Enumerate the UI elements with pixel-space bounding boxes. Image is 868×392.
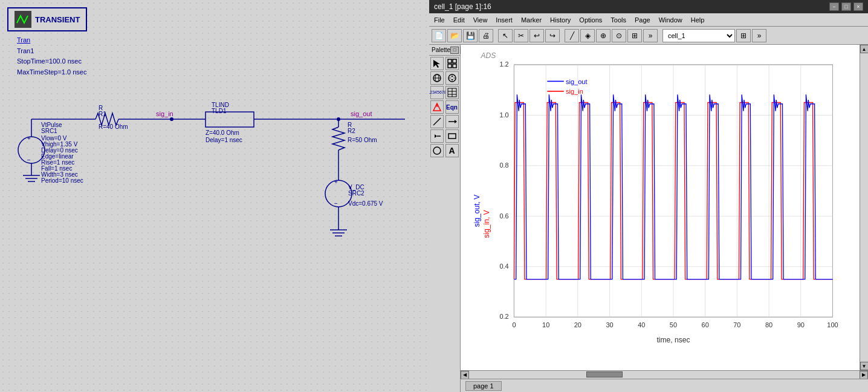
svg-text:40: 40 <box>638 321 645 328</box>
more-button[interactable]: » <box>643 29 658 42</box>
svg-text:50: 50 <box>670 321 677 328</box>
horizontal-scrollbar[interactable]: ◀ ▶ <box>461 370 868 379</box>
svg-text:sig_in: sig_in <box>156 110 173 117</box>
palette-table2[interactable] <box>445 86 459 99</box>
ads-title: cell_1 [page 1]:16 <box>434 2 491 11</box>
maximize-button[interactable]: □ <box>841 2 851 11</box>
palette-title: Palette <box>432 47 450 53</box>
ads-pagebar: page 1 <box>461 379 868 392</box>
svg-text:−: − <box>334 200 338 207</box>
chart-with-scrollbar: ADS sig_out, V sig_in, V <box>461 45 868 370</box>
menu-view[interactable]: View <box>471 16 490 24</box>
wire-button[interactable]: ╱ <box>565 29 579 42</box>
more2-button[interactable]: » <box>752 29 766 42</box>
ads-titlebar: cell_1 [page 1]:16 − □ × <box>429 0 868 13</box>
svg-rect-59 <box>453 64 456 68</box>
menu-file[interactable]: File <box>432 16 447 24</box>
cursor-button[interactable]: ↖ <box>498 29 513 42</box>
palette-text[interactable]: A <box>445 144 459 157</box>
svg-text:sig_out, V: sig_out, V <box>473 195 481 227</box>
minimize-button[interactable]: − <box>829 2 839 11</box>
scroll-left-button[interactable]: ◀ <box>461 371 469 379</box>
svg-text:1.2: 1.2 <box>499 60 508 68</box>
svg-line-72 <box>433 118 441 125</box>
palette-circle[interactable] <box>430 144 444 157</box>
close-button[interactable]: × <box>853 2 863 11</box>
palette-pin-marker[interactable] <box>430 100 444 114</box>
svg-text:Period=10 nsec: Period=10 nsec <box>41 177 83 184</box>
scroll-v-track[interactable] <box>860 53 868 362</box>
palette-eqn[interactable]: Eqn <box>445 100 459 114</box>
dots-button[interactable]: ⊞ <box>627 29 642 42</box>
circuit-svg: + − sig_in sig_out <box>0 0 429 392</box>
svg-text:R=50 Ohm: R=50 Ohm <box>348 137 377 143</box>
titlebar-controls: − □ × <box>829 2 863 11</box>
palette-table1[interactable]: 12345678 <box>430 86 444 99</box>
svg-text:Vdc=0.675 V: Vdc=0.675 V <box>348 200 383 207</box>
svg-text:Delay=1 nsec: Delay=1 nsec <box>206 137 242 143</box>
svg-text:90: 90 <box>797 321 805 328</box>
menu-options[interactable]: Options <box>577 16 604 24</box>
ads-bottom: ◀ ▶ page 1 <box>461 370 868 392</box>
menu-history[interactable]: History <box>548 16 573 24</box>
svg-text:1.0: 1.0 <box>499 111 508 119</box>
ads-menubar: File Edit View Insert Marker History Opt… <box>429 13 868 27</box>
zoom-button[interactable]: ⊕ <box>596 29 611 42</box>
ads-main: Palette □ × <box>429 45 868 392</box>
svg-marker-65 <box>449 77 455 79</box>
svg-text:100: 100 <box>827 321 838 328</box>
open-button[interactable]: 📂 <box>447 29 462 42</box>
svg-text:0.6: 0.6 <box>499 212 508 220</box>
svg-text:30: 30 <box>606 321 613 328</box>
menu-tools[interactable]: Tools <box>608 16 629 24</box>
vertical-scrollbar[interactable]: ▲ ▼ <box>860 45 868 370</box>
scroll-h-track[interactable] <box>469 371 860 379</box>
svg-rect-57 <box>453 59 456 63</box>
svg-text:0.8: 0.8 <box>499 162 508 169</box>
svg-text:time, nsec: time, nsec <box>656 336 690 344</box>
menu-insert[interactable]: Insert <box>493 16 515 24</box>
palette-arrow[interactable] <box>445 115 459 128</box>
svg-text:R=40 Ohm: R=40 Ohm <box>99 123 128 130</box>
palette-restore[interactable]: □ <box>450 47 459 54</box>
cell-dropdown[interactable]: cell_1 <box>662 29 735 42</box>
page-tab[interactable]: page 1 <box>465 381 502 391</box>
menu-edit[interactable]: Edit <box>451 16 467 24</box>
menu-marker[interactable]: Marker <box>519 16 544 24</box>
scroll-down-button[interactable]: ▼ <box>860 362 869 370</box>
palette-grid-tool[interactable] <box>445 57 459 70</box>
palette-globe[interactable] <box>430 71 444 85</box>
palette-rect[interactable] <box>445 129 459 143</box>
schematic-panel: TRANSIENT Tran Tran1 StopTime=100.0 nsec… <box>0 0 429 392</box>
menu-help[interactable]: Help <box>688 16 707 24</box>
redo-button[interactable]: ↪ <box>545 29 560 42</box>
menu-window[interactable]: Window <box>656 16 685 24</box>
ads-panel: cell_1 [page 1]:16 − □ × File Edit View … <box>429 0 868 392</box>
scroll-right-button[interactable]: ▶ <box>860 371 868 379</box>
palette-line[interactable] <box>430 115 444 128</box>
print-button[interactable]: 🖨 <box>479 29 493 42</box>
save-button[interactable]: 💾 <box>463 29 478 42</box>
menu-page[interactable]: Page <box>632 16 653 24</box>
undo-button[interactable]: ↩ <box>530 29 544 42</box>
scroll-h-thumb[interactable] <box>586 371 623 377</box>
svg-text:sig_out: sig_out <box>566 78 587 85</box>
svg-text:Z=40.0 Ohm: Z=40.0 Ohm <box>206 129 239 136</box>
svg-text:TLD1: TLD1 <box>212 108 227 114</box>
palette-header: Palette □ × <box>429 45 460 56</box>
cut-button[interactable]: ✂ <box>514 29 528 42</box>
pin-button[interactable]: ⊙ <box>612 29 626 42</box>
new-button[interactable]: 📄 <box>432 29 446 42</box>
svg-text:0: 0 <box>512 321 516 328</box>
svg-text:80: 80 <box>765 321 772 328</box>
grid-button[interactable]: ⊞ <box>736 29 751 42</box>
palette-compass[interactable] <box>445 71 459 85</box>
ads-toolbar: 📄 📂 💾 🖨 ↖ ✂ ↩ ↪ ╱ ◈ ⊕ ⊙ ⊞ » cell_1 ⊞ » <box>429 27 868 45</box>
palette-cursor[interactable] <box>430 57 444 70</box>
marker-button[interactable]: ◈ <box>580 29 595 42</box>
palette-grid: 12345678 Eqn <box>429 56 460 158</box>
svg-marker-74 <box>455 120 457 123</box>
palette-arrow2[interactable] <box>430 129 444 143</box>
scroll-up-button[interactable]: ▲ <box>860 45 869 53</box>
palette-panel: Palette □ × <box>429 45 461 392</box>
